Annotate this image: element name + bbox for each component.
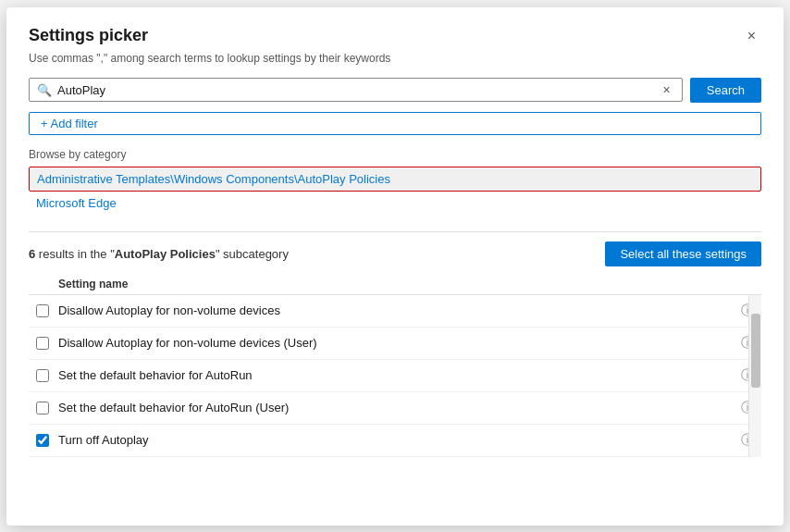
category-label: Administrative Templates\Windows Compone…	[37, 172, 390, 186]
category-item-microsoft-edge[interactable]: Microsoft Edge	[29, 192, 761, 215]
category-list: Administrative Templates\Windows Compone…	[29, 167, 761, 215]
search-button[interactable]: Search	[690, 78, 761, 103]
table-row: Disallow Autoplay for non-volume devices…	[29, 328, 761, 360]
settings-list: Disallow Autoplay for non-volume devices…	[29, 295, 761, 457]
category-item-autoplay-policies[interactable]: Administrative Templates\Windows Compone…	[29, 167, 761, 192]
setting-name-s2: Disallow Autoplay for non-volume devices…	[58, 336, 734, 350]
clear-search-button[interactable]: ×	[660, 82, 674, 97]
search-input-wrap: 🔍 ×	[29, 78, 683, 102]
select-all-button[interactable]: Select all these settings	[605, 241, 761, 266]
search-input[interactable]	[57, 83, 660, 97]
scrollbar[interactable]	[748, 295, 761, 457]
setting-name-s5: Turn off Autoplay	[58, 433, 734, 447]
scrollbar-thumb[interactable]	[751, 314, 760, 388]
setting-name-s3: Set the default behavior for AutoRun	[58, 368, 734, 382]
results-count: 6	[29, 247, 35, 261]
setting-checkbox-s2[interactable]	[36, 337, 49, 350]
add-filter-button[interactable]: + Add filter	[29, 112, 761, 135]
results-subcategory: AutoPlay Policies	[115, 247, 216, 261]
setting-name-s1: Disallow Autoplay for non-volume devices	[58, 303, 734, 317]
table-row: Turn off Autoplay ⓘ	[29, 425, 761, 457]
dialog-title: Settings picker	[29, 26, 148, 45]
results-bar: 6 results in the "AutoPlay Policies" sub…	[29, 232, 761, 274]
column-setting-name: Setting name	[58, 278, 128, 291]
setting-checkbox-s4[interactable]	[36, 402, 49, 414]
table-row: Disallow Autoplay for non-volume devices…	[29, 295, 761, 328]
setting-checkbox-s5[interactable]	[36, 434, 49, 447]
browse-by-category-label: Browse by category	[29, 148, 761, 161]
search-row: 🔍 × Search	[29, 78, 761, 103]
category-label: Microsoft Edge	[36, 196, 117, 210]
search-icon: 🔍	[37, 83, 52, 97]
close-button[interactable]: ×	[742, 26, 761, 46]
dialog-header: Settings picker ×	[29, 26, 761, 46]
setting-checkbox-s1[interactable]	[36, 304, 49, 317]
results-summary: 6 results in the "AutoPlay Policies" sub…	[29, 247, 289, 261]
table-row: Set the default behavior for AutoRun (Us…	[29, 392, 761, 425]
table-header: Setting name	[29, 274, 761, 295]
table-row: Set the default behavior for AutoRun ⓘ	[29, 360, 761, 392]
setting-checkbox-s3[interactable]	[36, 369, 49, 382]
setting-name-s4: Set the default behavior for AutoRun (Us…	[58, 401, 734, 414]
dialog-subtitle: Use commas "," among search terms to loo…	[29, 52, 761, 65]
add-filter-label: + Add filter	[41, 117, 98, 130]
settings-picker-dialog: Settings picker × Use commas "," among s…	[6, 7, 784, 526]
